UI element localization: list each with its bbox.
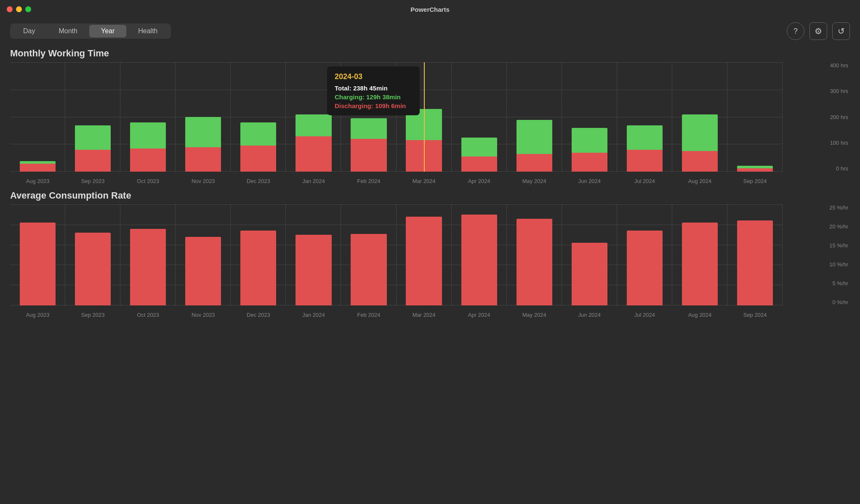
bar-red xyxy=(737,168,773,172)
tab-group: Day Month Year Health xyxy=(10,24,171,39)
x-label: Sep 2024 xyxy=(727,176,783,184)
bar-group xyxy=(176,204,231,305)
main-content: Monthly Working Time Aug 2023Sep 2023Oct… xyxy=(0,44,860,318)
chart1-tooltip: 2024-03 Total: 238h 45min Charging: 129h… xyxy=(327,66,420,115)
bar-group xyxy=(617,62,672,172)
chart1-container: Monthly Working Time Aug 2023Sep 2023Oct… xyxy=(10,44,850,184)
chart1-y-axis: 400 hrs 300 hrs 200 hrs 100 hrs 0 hrs xyxy=(816,62,850,184)
tab-month[interactable]: Month xyxy=(47,25,89,37)
bar-group xyxy=(341,204,396,305)
bar-green xyxy=(75,125,111,150)
bar-red xyxy=(20,223,56,305)
bar-red xyxy=(185,237,221,305)
chart2-container: Average Consumption Rate Aug 2023Sep 202… xyxy=(10,184,850,318)
y-label: 20 %/hr xyxy=(816,223,850,230)
bar-red xyxy=(572,243,607,305)
tooltip-date: 2024-03 xyxy=(335,72,412,81)
x-label: Jul 2024 xyxy=(617,310,672,318)
settings-button[interactable]: ⚙ xyxy=(809,22,827,40)
y-label: 400 hrs xyxy=(816,62,850,69)
x-label: Jun 2024 xyxy=(562,310,617,318)
bar-group xyxy=(65,204,120,305)
y-label: 0 %/hr xyxy=(816,299,850,305)
app-title: PowerCharts xyxy=(410,6,450,13)
x-label: Apr 2024 xyxy=(452,176,507,184)
x-label: Oct 2023 xyxy=(120,310,176,318)
bar-green xyxy=(517,120,552,154)
bar-red xyxy=(627,231,663,305)
bar-group xyxy=(286,204,341,305)
bar-group xyxy=(507,204,562,305)
bar-red xyxy=(240,146,276,172)
x-label: Aug 2023 xyxy=(10,176,65,184)
chart2-y-axis: 25 %/hr 20 %/hr 15 %/hr 10 %/hr 5 %/hr 0… xyxy=(816,204,850,318)
bar-red xyxy=(240,231,276,305)
minimize-button[interactable] xyxy=(16,6,22,12)
bar-group xyxy=(10,62,65,172)
x-label: Mar 2024 xyxy=(397,176,452,184)
bar-red xyxy=(461,215,497,305)
refresh-button[interactable]: ↺ xyxy=(832,22,850,40)
x-label: Oct 2023 xyxy=(120,176,176,184)
bar-red xyxy=(517,219,552,305)
bar-red xyxy=(517,154,552,172)
tooltip-total: Total: 238h 45min xyxy=(335,85,412,92)
tab-year[interactable]: Year xyxy=(89,25,126,37)
bar-group xyxy=(176,62,231,172)
tooltip-discharging: Discharging: 109h 6min xyxy=(335,102,412,109)
bar-red xyxy=(682,223,718,305)
y-label: 10 %/hr xyxy=(816,261,850,268)
x-label: Sep 2023 xyxy=(65,176,120,184)
x-label: Apr 2024 xyxy=(452,310,507,318)
bar-red xyxy=(185,147,221,172)
help-button[interactable]: ? xyxy=(787,22,804,40)
x-label: Dec 2023 xyxy=(231,310,286,318)
bar-red xyxy=(737,220,773,305)
bar-red xyxy=(296,235,331,305)
tab-day[interactable]: Day xyxy=(11,25,47,37)
bar-red xyxy=(130,229,166,305)
x-label: May 2024 xyxy=(507,176,562,184)
x-label: Feb 2024 xyxy=(341,176,396,184)
x-label: Nov 2023 xyxy=(176,176,231,184)
x-label: Dec 2023 xyxy=(231,176,286,184)
bar-green xyxy=(572,128,607,153)
bar-group xyxy=(452,62,507,172)
bar-green xyxy=(461,138,497,157)
x-label: Jun 2024 xyxy=(562,176,617,184)
x-label: Aug 2024 xyxy=(672,310,727,318)
maximize-button[interactable] xyxy=(25,6,31,12)
chart1-title: Monthly Working Time xyxy=(10,44,850,59)
y-label: 15 %/hr xyxy=(816,242,850,249)
bar-group xyxy=(65,62,120,172)
x-label: Jan 2024 xyxy=(286,176,341,184)
x-label: Aug 2023 xyxy=(10,310,65,318)
bar-group xyxy=(727,204,783,305)
titlebar: PowerCharts xyxy=(0,0,860,19)
bar-green xyxy=(682,114,718,151)
close-button[interactable] xyxy=(7,6,13,12)
x-label: Nov 2023 xyxy=(176,310,231,318)
bar-group xyxy=(231,62,286,172)
tooltip-charging: Charging: 129h 38min xyxy=(335,93,412,101)
bar-group xyxy=(672,204,727,305)
bar-red xyxy=(75,150,111,172)
x-label: Sep 2023 xyxy=(65,310,120,318)
x-label: Jul 2024 xyxy=(617,176,672,184)
tab-health[interactable]: Health xyxy=(126,25,169,37)
x-label: May 2024 xyxy=(507,310,562,318)
bar-red xyxy=(75,233,111,305)
bar-group xyxy=(120,62,176,172)
bar-green xyxy=(185,117,221,147)
y-label: 25 %/hr xyxy=(816,204,850,211)
bar-green xyxy=(240,122,276,146)
x-label: Aug 2024 xyxy=(672,176,727,184)
chart2-title: Average Consumption Rate xyxy=(10,186,850,201)
bar-red xyxy=(20,164,56,172)
bar-group xyxy=(231,204,286,305)
bar-red xyxy=(351,234,386,305)
window-controls xyxy=(7,6,31,12)
bar-red xyxy=(572,153,607,172)
bar-red xyxy=(296,136,331,172)
bar-red xyxy=(406,217,442,305)
